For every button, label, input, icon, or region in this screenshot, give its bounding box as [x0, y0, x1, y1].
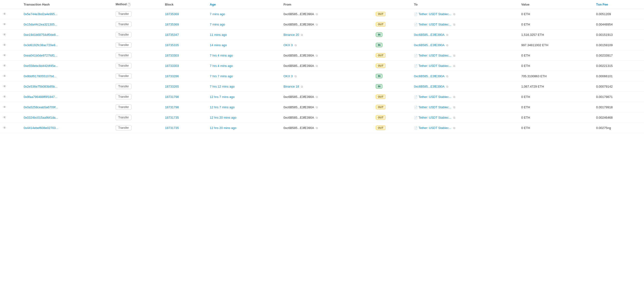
to-copy-icon[interactable]: ⧉ — [446, 44, 448, 47]
from-cell: Binance 20 ⧉ — [281, 30, 372, 40]
from-copy-icon[interactable]: ⧉ — [316, 95, 318, 99]
to-link[interactable]: Tether: USDT Stablec... — [418, 64, 451, 68]
from-copy-icon[interactable]: ⧉ — [316, 23, 318, 26]
tx-hash-cell: 0x0324bc015aa9bf1da... — [21, 112, 113, 123]
to-link[interactable]: Tether: USDT Stablec... — [418, 95, 451, 99]
from-copy-icon[interactable]: ⧉ — [301, 33, 303, 37]
block-link[interactable]: 18735347 — [165, 33, 179, 37]
method-help-icon[interactable]: ? — [127, 3, 131, 6]
eye-icon[interactable]: 👁 — [3, 12, 6, 16]
to-link[interactable]: Tether: USDT Stablec... — [418, 23, 451, 26]
block-link[interactable]: 18733303 — [165, 64, 179, 68]
to-link[interactable]: Tether: USDT Stablec... — [418, 126, 451, 130]
from-copy-icon[interactable]: ⧉ — [294, 44, 297, 47]
to-copy-icon[interactable]: ⧉ — [453, 126, 455, 130]
tx-hash-link[interactable]: 0xe19d1b68754df0de8... — [24, 33, 58, 37]
from-copy-icon[interactable]: ⧉ — [316, 13, 318, 16]
to-copy-icon[interactable]: ⧉ — [453, 54, 455, 57]
eye-cell[interactable]: 👁 — [0, 112, 21, 123]
to-link[interactable]: Tether: USDT Stablec... — [418, 116, 451, 119]
from-copy-icon[interactable]: ⧉ — [316, 64, 318, 68]
from-link[interactable]: Binance 18 — [284, 85, 299, 88]
to-copy-icon[interactable]: ⧉ — [453, 23, 455, 26]
to-link[interactable]: 0xc6B585...E3fE390A — [414, 85, 444, 88]
block-link[interactable]: 18731735 — [165, 116, 179, 119]
eye-icon[interactable]: 👁 — [3, 33, 6, 37]
tx-hash-link[interactable]: 0x9faa796488ff9f1847... — [24, 95, 58, 99]
tx-hash-link[interactable]: 0x15da44c2ea321305... — [24, 23, 58, 26]
eye-cell[interactable]: 👁 — [0, 40, 21, 50]
eye-cell[interactable]: 👁 — [0, 102, 21, 112]
to-copy-icon[interactable]: ⧉ — [453, 64, 455, 68]
to-copy-icon[interactable]: ⧉ — [446, 75, 448, 78]
method-badge: Transfer — [116, 104, 132, 110]
block-link[interactable]: 18735369 — [165, 12, 179, 16]
block-link[interactable]: 18735335 — [165, 43, 179, 47]
tx-hash-cell: 0x4414ebef608e02703... — [21, 123, 113, 133]
tx-hash-cell: 0x3d6192fc38ac720e8... — [21, 40, 113, 50]
eye-cell[interactable]: 👁 — [0, 9, 21, 19]
eye-cell[interactable]: 👁 — [0, 50, 21, 61]
to-link[interactable]: 0xc6B585...E3fE390A — [414, 43, 444, 47]
to-copy-icon[interactable]: ⧉ — [453, 95, 455, 99]
eye-cell[interactable]: 👁 — [0, 81, 21, 92]
tx-hash-link[interactable]: 0x2e536e75b083b85b... — [24, 85, 58, 88]
method-badge: Transfer — [116, 22, 132, 27]
block-link[interactable]: 18733286 — [165, 74, 179, 78]
from-cell: Binance 18 ⧉ — [281, 81, 372, 92]
to-copy-icon[interactable]: ⧉ — [453, 13, 455, 16]
tx-hash-link[interactable]: 0xea041b0de9727fdf1... — [24, 54, 58, 57]
eye-cell[interactable]: 👁 — [0, 71, 21, 81]
block-link[interactable]: 18733265 — [165, 85, 179, 88]
from-link[interactable]: OKX 3 — [284, 74, 293, 78]
from-copy-icon[interactable]: ⧉ — [301, 85, 303, 88]
to-copy-icon[interactable]: ⧉ — [446, 85, 448, 88]
eye-icon[interactable]: 👁 — [3, 105, 6, 109]
col-header-txHash: Transaction Hash — [21, 0, 113, 9]
to-link[interactable]: 0xc6B585...E3fE390A — [414, 33, 444, 37]
to-cell: 0xc6B585...E3fE390A ⧉ — [411, 30, 518, 40]
eye-icon[interactable]: 👁 — [3, 95, 6, 99]
to-copy-icon[interactable]: ⧉ — [453, 106, 455, 109]
from-copy-icon[interactable]: ⧉ — [316, 126, 318, 130]
eye-cell[interactable]: 👁 — [0, 92, 21, 102]
tx-hash-link[interactable]: 0x5e744e3bd2a4e995... — [24, 12, 58, 16]
block-link[interactable]: 18731798 — [165, 105, 179, 109]
block-link[interactable]: 18731798 — [165, 95, 179, 99]
tx-hash-link[interactable]: 0xe558ebc8d442df45e... — [24, 64, 58, 68]
from-copy-icon[interactable]: ⧉ — [316, 106, 318, 109]
from-copy-icon[interactable]: ⧉ — [316, 116, 318, 119]
eye-icon[interactable]: 👁 — [3, 64, 6, 68]
eye-icon[interactable]: 👁 — [3, 53, 6, 57]
from-link[interactable]: Binance 20 — [284, 33, 299, 37]
tx-hash-link[interactable]: 0x3d6192fc38ac720e8... — [24, 43, 58, 47]
eye-icon[interactable]: 👁 — [3, 74, 6, 78]
from-copy-icon[interactable]: ⧉ — [316, 54, 318, 57]
to-link[interactable]: Tether: USDT Stablec... — [418, 105, 451, 109]
block-link[interactable]: 18733303 — [165, 54, 179, 57]
tx-hash-link[interactable]: 0x0324bc015aa9bf1da... — [24, 116, 58, 119]
eye-cell[interactable]: 👁 — [0, 123, 21, 133]
tx-hash-link[interactable]: 0x8bbf9178055107bd... — [24, 74, 57, 78]
from-copy-icon[interactable]: ⧉ — [294, 75, 297, 78]
eye-icon[interactable]: 👁 — [3, 22, 6, 26]
col-header-method: Method? — [113, 0, 162, 9]
block-link[interactable]: 18735369 — [165, 23, 179, 26]
tx-hash-link[interactable]: 0x0a5258ceab5a6709f... — [24, 105, 58, 109]
to-link[interactable]: Tether: USDT Stablec... — [418, 12, 451, 16]
to-link[interactable]: Tether: USDT Stablec... — [418, 54, 451, 57]
eye-icon[interactable]: 👁 — [3, 84, 6, 88]
eye-icon[interactable]: 👁 — [3, 126, 6, 130]
tx-hash-link[interactable]: 0x4414ebef608e02703... — [24, 126, 58, 130]
eye-icon[interactable]: 👁 — [3, 115, 6, 119]
to-copy-icon[interactable]: ⧉ — [446, 33, 448, 37]
to-copy-icon[interactable]: ⧉ — [453, 116, 455, 119]
eye-icon[interactable]: 👁 — [3, 43, 6, 47]
eye-cell[interactable]: 👁 — [0, 30, 21, 40]
from-link[interactable]: OKX 3 — [284, 43, 293, 47]
contract-icon: 📄 — [414, 106, 418, 109]
eye-cell[interactable]: 👁 — [0, 61, 21, 71]
block-link[interactable]: 18731735 — [165, 126, 179, 130]
eye-cell[interactable]: 👁 — [0, 19, 21, 30]
to-link[interactable]: 0xc6B585...E3fE390A — [414, 74, 444, 78]
